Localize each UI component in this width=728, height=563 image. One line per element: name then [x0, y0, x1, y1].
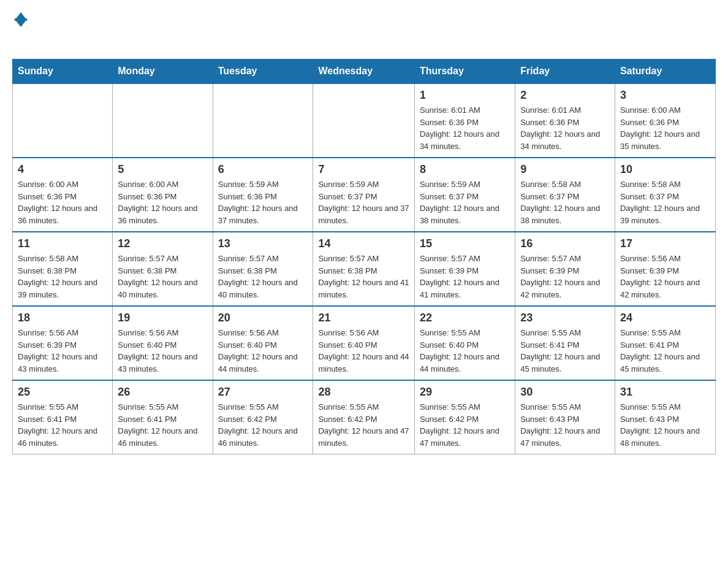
- day-info: Sunrise: 5:57 AM Sunset: 6:38 PM Dayligh…: [318, 253, 409, 301]
- day-info: Sunrise: 5:55 AM Sunset: 6:43 PM Dayligh…: [620, 401, 710, 449]
- day-number: 14: [318, 237, 409, 250]
- day-number: 22: [420, 312, 510, 324]
- day-info: Sunrise: 5:55 AM Sunset: 6:41 PM Dayligh…: [620, 327, 710, 375]
- day-number: 24: [620, 312, 710, 324]
- day-number: 30: [520, 386, 610, 399]
- week-row: 4Sunrise: 6:00 AM Sunset: 6:36 PM Daylig…: [13, 158, 716, 232]
- day-number: 12: [118, 237, 207, 250]
- day-info: Sunrise: 6:00 AM Sunset: 6:36 PM Dayligh…: [118, 178, 207, 226]
- day-number: 27: [218, 386, 308, 399]
- day-number: 26: [118, 386, 207, 399]
- day-info: Sunrise: 5:57 AM Sunset: 6:39 PM Dayligh…: [520, 253, 610, 301]
- day-number: 28: [318, 386, 409, 399]
- calendar-cell: 19Sunrise: 5:56 AM Sunset: 6:40 PM Dayli…: [113, 306, 213, 380]
- day-info: Sunrise: 6:01 AM Sunset: 6:36 PM Dayligh…: [420, 104, 510, 152]
- calendar-cell: 29Sunrise: 5:55 AM Sunset: 6:42 PM Dayli…: [414, 380, 515, 454]
- day-number: 18: [18, 312, 107, 324]
- week-row: 25Sunrise: 5:55 AM Sunset: 6:41 PM Dayli…: [13, 380, 716, 454]
- day-info: Sunrise: 5:55 AM Sunset: 6:40 PM Dayligh…: [420, 327, 510, 375]
- day-number: 31: [620, 386, 710, 399]
- calendar-cell: 3Sunrise: 6:00 AM Sunset: 6:36 PM Daylig…: [615, 83, 715, 158]
- calendar-cell: [113, 83, 213, 158]
- day-info: Sunrise: 5:55 AM Sunset: 6:41 PM Dayligh…: [18, 401, 107, 449]
- logo: [12, 12, 28, 47]
- day-info: Sunrise: 5:55 AM Sunset: 6:42 PM Dayligh…: [218, 401, 308, 449]
- day-info: Sunrise: 5:56 AM Sunset: 6:40 PM Dayligh…: [118, 327, 207, 375]
- calendar-cell: 5Sunrise: 6:00 AM Sunset: 6:36 PM Daylig…: [113, 158, 213, 232]
- day-info: Sunrise: 5:55 AM Sunset: 6:42 PM Dayligh…: [420, 401, 510, 449]
- calendar-cell: 11Sunrise: 5:58 AM Sunset: 6:38 PM Dayli…: [13, 232, 113, 306]
- day-info: Sunrise: 5:58 AM Sunset: 6:38 PM Dayligh…: [18, 253, 107, 301]
- calendar-cell: 27Sunrise: 5:55 AM Sunset: 6:42 PM Dayli…: [213, 380, 313, 454]
- calendar-cell: 16Sunrise: 5:57 AM Sunset: 6:39 PM Dayli…: [515, 232, 615, 306]
- day-info: Sunrise: 6:00 AM Sunset: 6:36 PM Dayligh…: [18, 178, 107, 226]
- calendar-cell: 6Sunrise: 5:59 AM Sunset: 6:36 PM Daylig…: [213, 158, 313, 232]
- day-number: 9: [520, 163, 610, 176]
- day-of-week-header: Tuesday: [213, 59, 313, 84]
- calendar-cell: 24Sunrise: 5:55 AM Sunset: 6:41 PM Dayli…: [615, 306, 715, 380]
- day-of-week-header: Sunday: [13, 59, 113, 84]
- calendar-cell: 25Sunrise: 5:55 AM Sunset: 6:41 PM Dayli…: [13, 380, 113, 454]
- day-number: 13: [218, 237, 308, 250]
- calendar-cell: [313, 83, 414, 158]
- calendar-cell: 21Sunrise: 5:56 AM Sunset: 6:40 PM Dayli…: [313, 306, 414, 380]
- calendar-cell: 31Sunrise: 5:55 AM Sunset: 6:43 PM Dayli…: [615, 380, 715, 454]
- calendar-cell: 23Sunrise: 5:55 AM Sunset: 6:41 PM Dayli…: [515, 306, 615, 380]
- calendar-cell: 12Sunrise: 5:57 AM Sunset: 6:38 PM Dayli…: [113, 232, 213, 306]
- day-number: 16: [520, 237, 610, 250]
- calendar-cell: 20Sunrise: 5:56 AM Sunset: 6:40 PM Dayli…: [213, 306, 313, 380]
- day-number: 4: [18, 163, 107, 176]
- calendar-cell: 10Sunrise: 5:58 AM Sunset: 6:37 PM Dayli…: [615, 158, 715, 232]
- calendar-cell: 9Sunrise: 5:58 AM Sunset: 6:37 PM Daylig…: [515, 158, 615, 232]
- day-of-week-header: Thursday: [414, 59, 515, 84]
- calendar-cell: 15Sunrise: 5:57 AM Sunset: 6:39 PM Dayli…: [414, 232, 515, 306]
- week-row: 18Sunrise: 5:56 AM Sunset: 6:39 PM Dayli…: [13, 306, 716, 380]
- day-number: 5: [118, 163, 207, 176]
- day-number: 8: [420, 163, 510, 176]
- week-row: 1Sunrise: 6:01 AM Sunset: 6:36 PM Daylig…: [13, 83, 716, 158]
- day-info: Sunrise: 5:59 AM Sunset: 6:37 PM Dayligh…: [420, 178, 510, 226]
- calendar-cell: 17Sunrise: 5:56 AM Sunset: 6:39 PM Dayli…: [615, 232, 715, 306]
- day-of-week-header: Wednesday: [313, 59, 414, 84]
- calendar-cell: 1Sunrise: 6:01 AM Sunset: 6:36 PM Daylig…: [414, 83, 515, 158]
- calendar-cell: 30Sunrise: 5:55 AM Sunset: 6:43 PM Dayli…: [515, 380, 615, 454]
- day-number: 1: [420, 89, 510, 102]
- day-number: 10: [620, 163, 710, 176]
- calendar-cell: 2Sunrise: 6:01 AM Sunset: 6:36 PM Daylig…: [515, 83, 615, 158]
- day-of-week-header: Friday: [515, 59, 615, 84]
- day-info: Sunrise: 5:55 AM Sunset: 6:41 PM Dayligh…: [520, 327, 610, 375]
- day-info: Sunrise: 5:56 AM Sunset: 6:40 PM Dayligh…: [318, 327, 409, 375]
- week-row: 11Sunrise: 5:58 AM Sunset: 6:38 PM Dayli…: [13, 232, 716, 306]
- calendar-cell: [13, 83, 113, 158]
- day-number: 19: [118, 312, 207, 324]
- day-info: Sunrise: 5:56 AM Sunset: 6:40 PM Dayligh…: [218, 327, 308, 375]
- day-info: Sunrise: 5:57 AM Sunset: 6:39 PM Dayligh…: [420, 253, 510, 301]
- day-number: 20: [218, 312, 308, 324]
- calendar-cell: 26Sunrise: 5:55 AM Sunset: 6:41 PM Dayli…: [113, 380, 213, 454]
- day-number: 25: [18, 386, 107, 399]
- day-info: Sunrise: 6:01 AM Sunset: 6:36 PM Dayligh…: [520, 104, 610, 152]
- day-number: 17: [620, 237, 710, 250]
- calendar-cell: 18Sunrise: 5:56 AM Sunset: 6:39 PM Dayli…: [13, 306, 113, 380]
- page-header: [12, 12, 716, 47]
- calendar-cell: 13Sunrise: 5:57 AM Sunset: 6:38 PM Dayli…: [213, 232, 313, 306]
- calendar-cell: 28Sunrise: 5:55 AM Sunset: 6:42 PM Dayli…: [313, 380, 414, 454]
- days-of-week-row: SundayMondayTuesdayWednesdayThursdayFrid…: [13, 59, 716, 84]
- day-number: 23: [520, 312, 610, 324]
- day-info: Sunrise: 6:00 AM Sunset: 6:36 PM Dayligh…: [620, 104, 710, 152]
- day-info: Sunrise: 5:58 AM Sunset: 6:37 PM Dayligh…: [520, 178, 610, 226]
- calendar-cell: [213, 83, 313, 158]
- day-info: Sunrise: 5:59 AM Sunset: 6:37 PM Dayligh…: [318, 178, 409, 226]
- calendar-cell: 14Sunrise: 5:57 AM Sunset: 6:38 PM Dayli…: [313, 232, 414, 306]
- day-of-week-header: Saturday: [615, 59, 715, 84]
- calendar-table: SundayMondayTuesdayWednesdayThursdayFrid…: [12, 59, 716, 454]
- day-info: Sunrise: 5:57 AM Sunset: 6:38 PM Dayligh…: [118, 253, 207, 301]
- day-number: 29: [420, 386, 510, 399]
- calendar-cell: 8Sunrise: 5:59 AM Sunset: 6:37 PM Daylig…: [414, 158, 515, 232]
- day-info: Sunrise: 5:56 AM Sunset: 6:39 PM Dayligh…: [18, 327, 107, 375]
- calendar-cell: 7Sunrise: 5:59 AM Sunset: 6:37 PM Daylig…: [313, 158, 414, 232]
- day-number: 2: [520, 89, 610, 102]
- day-info: Sunrise: 5:55 AM Sunset: 6:43 PM Dayligh…: [520, 401, 610, 449]
- day-info: Sunrise: 5:57 AM Sunset: 6:38 PM Dayligh…: [218, 253, 308, 301]
- day-info: Sunrise: 5:55 AM Sunset: 6:41 PM Dayligh…: [118, 401, 207, 449]
